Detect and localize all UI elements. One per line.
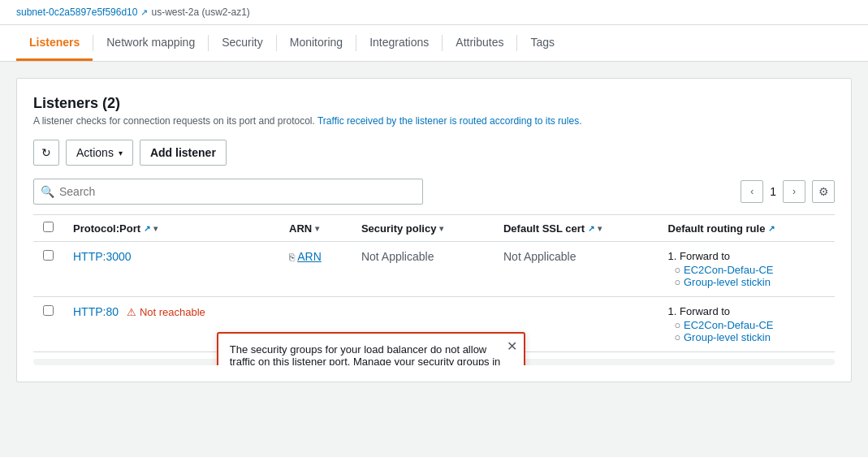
toolbar: ↻ Actions ▾ Add listener — [33, 140, 835, 166]
row1-target-group-2[interactable]: Group-level stickin — [684, 276, 771, 288]
sort-icon-arn: ▾ — [315, 224, 319, 233]
row1-target-group-1[interactable]: EC2Con-Defau-CE — [684, 264, 774, 276]
refresh-button[interactable]: ↻ — [33, 140, 59, 166]
row1-forward-label: 1. Forward to — [668, 250, 825, 262]
row1-arn-link[interactable]: ARN — [297, 250, 322, 263]
search-input[interactable] — [59, 185, 416, 198]
th-default-routing-rule[interactable]: Default routing rule ↗ — [659, 215, 835, 242]
sort-icon-security: ▾ — [439, 224, 443, 233]
panel-title: Listeners (2) — [33, 95, 835, 112]
add-listener-button[interactable]: Add listener — [140, 140, 227, 166]
search-row: 🔍 ‹ 1 › ⚙ — [33, 179, 835, 205]
row2-target-group-1[interactable]: EC2Con-Defau-CE — [684, 319, 774, 331]
sort-icon-ssl: ▾ — [598, 224, 602, 233]
row2-routing-rule: 1. Forward to EC2Con-Defau-CE Group-leve… — [659, 297, 835, 352]
gear-icon: ⚙ — [818, 185, 829, 198]
row2-protocol-link[interactable]: HTTP:80 — [73, 305, 119, 318]
row2-checkbox-cell — [33, 297, 63, 352]
external-link-icon: ↗ — [140, 7, 148, 18]
sort-icon-protocol: ▾ — [153, 224, 158, 233]
subnet-link[interactable]: subnet-0c2a5897e5f596d10 ↗ — [16, 6, 148, 18]
external-icon: ↗ — [144, 224, 150, 233]
row2-forward-label: 1. Forward to — [668, 305, 825, 317]
subnet-region: us-west-2a (usw2-az1) — [151, 6, 249, 18]
tab-tags[interactable]: Tags — [517, 26, 568, 61]
panel-description: A listener checks for connection request… — [33, 115, 835, 127]
table-settings-button[interactable]: ⚙ — [812, 180, 835, 203]
content-area: Listeners (2) A listener checks for conn… — [0, 62, 868, 399]
listeners-table: Protocol:Port ↗ ▾ ARN ▾ — [33, 214, 835, 352]
subnet-id: subnet-0c2a5897e5f596d10 — [16, 6, 137, 18]
tabs-container: Listeners Network mapping Security Monit… — [0, 25, 868, 62]
row2-checkbox[interactable] — [43, 305, 54, 316]
row2-protocol-port: HTTP:80 ⚠ Not reachable ✕ — [63, 297, 279, 352]
row1-default-ssl-cert: Not Applicable — [494, 242, 659, 297]
search-bar[interactable]: 🔍 — [33, 179, 423, 205]
actions-label: Actions — [76, 146, 114, 159]
row1-arn: ⎘ ARN — [279, 242, 352, 297]
top-bar: subnet-0c2a5897e5f596d10 ↗ us-west-2a (u… — [0, 0, 868, 25]
description-link[interactable]: Traffic received by the listener is rout… — [317, 115, 581, 127]
listeners-panel: Listeners (2) A listener checks for conn… — [16, 78, 852, 382]
table-row: HTTP:80 ⚠ Not reachable ✕ — [33, 297, 835, 352]
tab-security[interactable]: Security — [209, 26, 276, 61]
row1-protocol-link[interactable]: HTTP:3000 — [73, 250, 132, 263]
th-security-policy[interactable]: Security policy ▾ — [352, 215, 494, 242]
copy-icon: ⎘ — [289, 252, 295, 263]
chevron-down-icon: ▾ — [119, 149, 123, 157]
tooltip-message-part1: The security groups for your load balanc… — [230, 343, 501, 365]
select-all-header — [33, 215, 63, 242]
search-icon: 🔍 — [41, 185, 54, 198]
page-number: 1 — [770, 185, 776, 198]
th-protocol-port[interactable]: Protocol:Port ↗ ▾ — [63, 215, 279, 242]
panel-header: Listeners (2) A listener checks for conn… — [33, 95, 835, 127]
actions-button[interactable]: Actions ▾ — [66, 140, 133, 166]
row2-target-group-2[interactable]: Group-level stickin — [684, 331, 771, 343]
warning-badge: ⚠ Not reachable — [127, 306, 205, 318]
tab-attributes[interactable]: Attributes — [443, 26, 516, 61]
chevron-right-icon: › — [792, 186, 796, 197]
th-default-ssl-cert[interactable]: Default SSL cert ↗ ▾ — [494, 215, 659, 242]
row1-checkbox-cell — [33, 242, 63, 297]
table-row: HTTP:3000 ⎘ ARN Not Applicable Not Appli… — [33, 242, 835, 297]
tab-network-mapping[interactable]: Network mapping — [93, 26, 208, 61]
row1-protocol-port: HTTP:3000 — [63, 242, 279, 297]
chevron-left-icon: ‹ — [750, 186, 754, 197]
next-page-button[interactable]: › — [783, 180, 805, 203]
prev-page-button[interactable]: ‹ — [741, 180, 763, 203]
pagination-controls: ‹ 1 › ⚙ — [741, 180, 835, 203]
external-icon-ssl: ↗ — [588, 224, 594, 233]
external-icon-routing: ↗ — [768, 224, 775, 233]
refresh-icon: ↻ — [41, 146, 51, 159]
table-container: Protocol:Port ↗ ▾ ARN ▾ — [33, 214, 835, 365]
warning-text: Not reachable — [140, 306, 205, 318]
row1-security-policy: Not Applicable — [352, 242, 494, 297]
select-all-checkbox[interactable] — [43, 222, 54, 232]
tab-listeners[interactable]: Listeners — [16, 26, 93, 61]
th-arn[interactable]: ARN ▾ — [279, 215, 352, 242]
tab-monitoring[interactable]: Monitoring — [277, 26, 356, 61]
tooltip-close-button[interactable]: ✕ — [507, 340, 517, 353]
tab-integrations[interactable]: Integrations — [356, 26, 442, 61]
tooltip-popup: ✕ The security groups for your load bala… — [217, 332, 525, 365]
table-header-row: Protocol:Port ↗ ▾ ARN ▾ — [33, 215, 835, 242]
row1-routing-rule: 1. Forward to EC2Con-Defau-CE Group-leve… — [659, 242, 835, 297]
warning-icon: ⚠ — [127, 306, 136, 318]
row1-checkbox[interactable] — [43, 250, 54, 261]
